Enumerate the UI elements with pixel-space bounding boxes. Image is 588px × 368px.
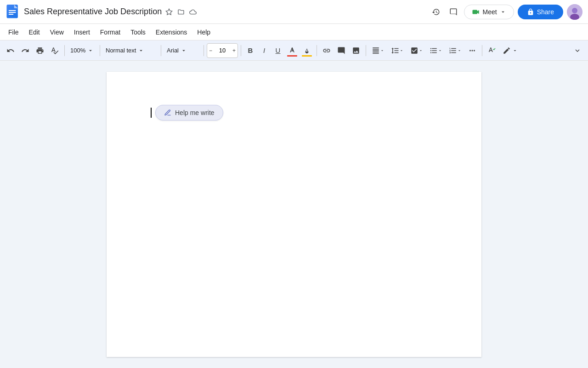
spell-check-toggle-icon: [488, 46, 496, 55]
help-me-write-label: Help me write: [175, 109, 215, 116]
paragraph-style-select[interactable]: Normal text: [103, 43, 158, 58]
editing-mode-dropdown-icon: [512, 48, 518, 53]
separator-6: [317, 45, 317, 56]
align-icon: [372, 46, 380, 55]
document-title[interactable]: Sales Representative Job Description: [24, 7, 162, 17]
svg-rect-4: [9, 14, 14, 15]
link-icon: [322, 46, 331, 55]
move-button[interactable]: [176, 7, 186, 17]
cloud-save-button[interactable]: [188, 7, 198, 17]
font-size-input[interactable]: [214, 47, 231, 54]
docs-logo-icon: [6, 5, 20, 19]
editing-mode-icon: [503, 46, 511, 55]
text-color-bar: [287, 55, 297, 57]
share-button[interactable]: Share: [518, 5, 563, 19]
redo-button[interactable]: [18, 43, 32, 58]
numbered-list-button[interactable]: [446, 43, 464, 58]
share-label: Share: [537, 8, 554, 16]
separator-5: [241, 45, 241, 56]
svg-point-8: [572, 8, 577, 13]
insert-comment-button[interactable]: [334, 43, 348, 58]
highlight-icon: [303, 46, 311, 55]
underline-button[interactable]: U: [271, 43, 284, 58]
italic-button[interactable]: I: [258, 43, 271, 58]
user-avatar[interactable]: [567, 4, 582, 20]
numbered-list-dropdown-icon: [457, 48, 462, 53]
line-spacing-button[interactable]: [388, 43, 407, 58]
menu-bar: File Edit View Insert Format Tools Exten…: [0, 24, 588, 40]
menu-file[interactable]: File: [4, 27, 23, 38]
print-button[interactable]: [33, 43, 47, 58]
right-actions: Meet Share: [429, 4, 582, 20]
svg-rect-3: [9, 12, 16, 13]
align-dropdown-icon: [380, 48, 384, 53]
line-spacing-dropdown-icon: [399, 48, 404, 53]
zoom-value: 100%: [70, 47, 85, 54]
meet-dropdown-icon: [500, 9, 506, 15]
pencil-icon: [164, 109, 171, 116]
menu-extensions[interactable]: Extensions: [151, 27, 192, 38]
align-button[interactable]: [369, 43, 387, 58]
spellcheck-button[interactable]: [48, 43, 62, 58]
more-formatting-button[interactable]: [465, 43, 479, 58]
checklist-button[interactable]: [407, 43, 426, 58]
zoom-control[interactable]: 100%: [68, 43, 97, 58]
insert-link-button[interactable]: [320, 43, 334, 58]
svg-rect-6: [472, 10, 477, 14]
insert-image-button[interactable]: [349, 43, 363, 58]
comments-button[interactable]: [447, 5, 460, 19]
title-bar: Sales Representative Job Description: [0, 0, 588, 24]
menu-tools[interactable]: Tools: [126, 27, 150, 38]
separator-1: [64, 45, 65, 56]
font-size-control: − +: [207, 43, 238, 58]
separator-3: [161, 45, 161, 56]
font-label: Arial: [167, 47, 179, 54]
meet-button[interactable]: Meet: [464, 5, 514, 19]
document-page[interactable]: Help me write: [107, 72, 481, 357]
checklist-dropdown-icon: [418, 48, 423, 53]
bullet-list-icon: [430, 46, 438, 55]
document-content: Help me write: [151, 105, 437, 121]
history-button[interactable]: [429, 5, 443, 19]
font-dropdown-icon: [181, 47, 187, 54]
meet-label: Meet: [483, 8, 497, 16]
line-spacing-icon: [391, 46, 399, 55]
text-cursor: [151, 108, 152, 118]
menu-insert[interactable]: Insert: [69, 27, 95, 38]
video-icon: [472, 8, 480, 16]
highlight-button[interactable]: [300, 43, 314, 58]
zoom-dropdown-icon: [87, 47, 94, 54]
font-size-decrease-button[interactable]: −: [207, 46, 214, 55]
hide-menus-icon: [573, 46, 582, 55]
menu-format[interactable]: Format: [96, 27, 125, 38]
font-size-increase-button[interactable]: +: [231, 46, 237, 55]
title-section: Sales Representative Job Description: [24, 7, 425, 17]
hide-menus-button[interactable]: [571, 43, 584, 58]
bullet-list-dropdown-icon: [438, 48, 442, 53]
undo-button[interactable]: [4, 43, 17, 58]
spell-check-toggle-button[interactable]: [485, 43, 499, 58]
separator-7: [366, 45, 366, 56]
paragraph-dropdown-icon: [138, 47, 144, 54]
spellcheck-icon: [51, 46, 59, 55]
separator-2: [100, 45, 100, 56]
menu-help[interactable]: Help: [192, 27, 215, 38]
svg-rect-2: [9, 10, 16, 11]
highlight-color-bar: [302, 55, 312, 57]
help-me-write-button[interactable]: Help me write: [155, 105, 223, 121]
bullet-list-button[interactable]: [427, 43, 445, 58]
bold-button[interactable]: B: [244, 43, 257, 58]
lock-icon: [527, 8, 534, 16]
avatar-image: [567, 4, 582, 20]
star-button[interactable]: [164, 7, 174, 17]
separator-4: [204, 45, 204, 56]
paragraph-style-label: Normal text: [106, 47, 136, 54]
toolbar: 100% Normal text Arial − + B I U: [0, 40, 588, 61]
main-area[interactable]: Help me write: [0, 61, 588, 368]
font-select[interactable]: Arial: [164, 43, 201, 58]
menu-edit[interactable]: Edit: [24, 27, 45, 38]
text-color-button[interactable]: [285, 43, 299, 58]
svg-marker-5: [166, 9, 172, 15]
editing-mode-button[interactable]: [500, 43, 520, 58]
menu-view[interactable]: View: [45, 27, 68, 38]
